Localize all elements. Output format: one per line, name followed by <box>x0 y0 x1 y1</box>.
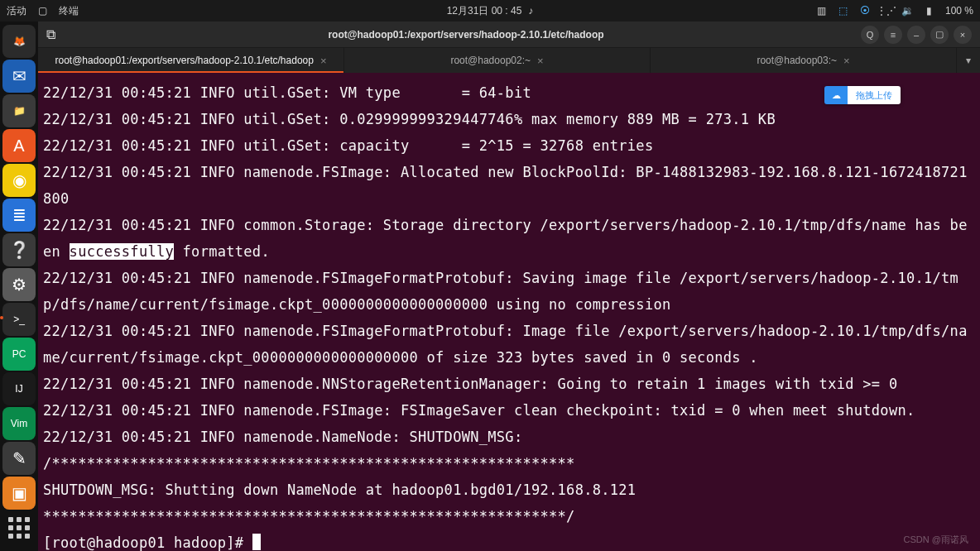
cursor <box>252 534 261 550</box>
watermark: CSDN @雨诺风 <box>904 534 968 546</box>
battery-icon[interactable]: ▮ <box>924 5 935 17</box>
menu-button[interactable]: ≡ <box>884 26 902 44</box>
tab-label: root@hadoop01:/export/servers/hadoop-2.1… <box>55 55 314 66</box>
new-tab-button[interactable]: ⧉ <box>46 27 55 41</box>
activities-button[interactable]: 活动 <box>7 4 26 18</box>
pycharm-icon[interactable]: PC <box>2 338 36 371</box>
vim-icon[interactable]: Vim <box>2 407 36 440</box>
tray-app-2-icon[interactable]: ⬚ <box>838 5 849 17</box>
bell-icon: ♪ <box>528 5 533 17</box>
vm-icon[interactable]: ▣ <box>2 477 36 510</box>
tab-2[interactable]: root@hadoop03:~× <box>651 48 957 73</box>
tab-close-icon[interactable]: × <box>320 55 327 67</box>
tab-bar: root@hadoop01:/export/servers/hadoop-2.1… <box>38 48 980 73</box>
maximize-button[interactable]: ▢ <box>930 26 949 44</box>
tab-dropdown[interactable]: ▾ <box>957 48 980 73</box>
files-icon[interactable]: 📁 <box>2 94 36 127</box>
tab-0[interactable]: root@hadoop01:/export/servers/hadoop-2.1… <box>38 48 344 73</box>
thunderbird-icon[interactable]: ✉ <box>2 60 36 93</box>
system-topbar: 活动 ▢ 终端 12月31日 00 : 45 ♪ ▥ ⬚ ⦿ ⋮⋰ 🔉 ▮ 10… <box>0 0 980 22</box>
close-button[interactable]: × <box>954 26 972 44</box>
tray-app-3-icon[interactable]: ⦿ <box>859 5 871 17</box>
tray-app-1-icon[interactable]: ▥ <box>816 5 828 17</box>
upload-widget[interactable]: ☁ 拖拽上传 <box>824 86 901 104</box>
libreoffice-icon[interactable]: ≣ <box>2 199 36 232</box>
tab-close-icon[interactable]: × <box>537 55 544 67</box>
tab-label: root@hadoop03:~ <box>757 55 837 66</box>
app-name[interactable]: 终端 <box>59 4 79 18</box>
volume-icon[interactable]: 🔉 <box>902 5 914 17</box>
wifi-icon[interactable]: ⋮⋰ <box>881 5 892 17</box>
titlebar: ⧉ root@hadoop01:/export/servers/hadoop-2… <box>38 22 980 48</box>
clock[interactable]: 12月31日 00 : 45 <box>447 4 522 18</box>
intellij-icon[interactable]: IJ <box>2 372 36 405</box>
rhythmbox-icon[interactable]: ◉ <box>2 164 36 197</box>
software-icon[interactable]: A <box>2 129 36 162</box>
search-button[interactable]: Q <box>861 26 879 44</box>
battery-text: 100 % <box>945 5 973 17</box>
upload-text: 拖拽上传 <box>848 86 901 104</box>
window-title: root@hadoop01:/export/servers/hadoop-2.1… <box>71 29 861 41</box>
minimize-button[interactable]: – <box>907 26 925 44</box>
dock: 🦊✉📁A◉≣❔⚙>_PCIJVim✎▣ <box>0 22 38 551</box>
settings-icon[interactable]: ⚙ <box>2 268 36 301</box>
gedit-icon[interactable]: ✎ <box>2 442 36 475</box>
help-icon[interactable]: ❔ <box>2 233 36 266</box>
tab-1[interactable]: root@hadoop02:~× <box>344 48 651 73</box>
tab-label: root@hadoop02:~ <box>450 55 531 66</box>
terminal-app-icon: ▢ <box>38 5 47 17</box>
tab-close-icon[interactable]: × <box>843 55 850 67</box>
terminal-output[interactable]: 22/12/31 00:45:21 INFO util.GSet: VM typ… <box>38 73 980 551</box>
cloud-upload-icon: ☁ <box>824 86 848 104</box>
firefox-icon[interactable]: 🦊 <box>2 25 36 58</box>
terminal-icon[interactable]: >_ <box>2 303 36 336</box>
apps-grid-icon[interactable] <box>2 511 36 544</box>
